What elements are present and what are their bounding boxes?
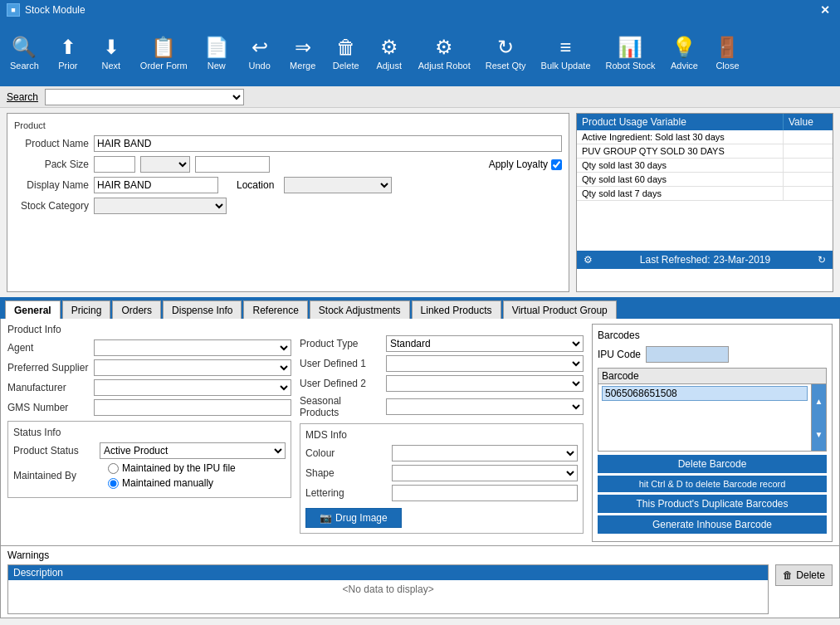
product-status-select[interactable]: Active Product: [100, 442, 286, 459]
duplicate-barcodes-button[interactable]: This Product's Duplicate Barcodes: [598, 495, 827, 513]
agent-select[interactable]: [94, 339, 291, 356]
location-label: Location: [237, 179, 274, 191]
barcode-scroll-up-button[interactable]: ▲: [812, 384, 826, 417]
shape-select[interactable]: [392, 465, 578, 481]
pack-size-input1[interactable]: [94, 156, 135, 173]
preferred-supplier-row: Preferred Supplier: [7, 359, 291, 376]
product-panel: Product Product Name Pack Size Apply Loy…: [7, 113, 569, 292]
advice-toolbar-icon: 💡: [672, 36, 696, 59]
generate-inhouse-barcode-button[interactable]: Generate Inhouse Barcode: [598, 515, 827, 534]
warnings-delete-button[interactable]: 🗑 Delete: [775, 564, 833, 586]
delete-barcode-button[interactable]: Delete Barcode: [598, 455, 827, 473]
maintained-by-manual-radio-label[interactable]: Maintained manually: [108, 477, 236, 489]
delete-toolbar-button[interactable]: 🗑 Delete: [325, 23, 367, 83]
advice-toolbar-button[interactable]: 💡 Advice: [663, 23, 705, 83]
tab-reference[interactable]: Reference: [243, 300, 307, 319]
pack-size-input2[interactable]: [195, 156, 270, 173]
puv-row-3: Qty sold last 60 days: [577, 173, 833, 187]
drug-image-icon: 📷: [320, 512, 332, 524]
robot-stock-toolbar-button[interactable]: 📊 Robot Stock: [599, 23, 662, 83]
location-select[interactable]: [284, 177, 392, 193]
bulk-update-toolbar-button[interactable]: ≡ Bulk Update: [535, 23, 598, 83]
drug-image-button[interactable]: 📷 Drug Image: [305, 508, 402, 528]
user-defined-1-select[interactable]: [386, 355, 584, 372]
apply-loyalty-checkbox[interactable]: [551, 159, 562, 170]
pack-size-select[interactable]: [140, 156, 190, 173]
barcode-item-0[interactable]: 5065068651508: [602, 386, 808, 401]
last-refreshed-date: 23-Mar-2019: [714, 254, 771, 266]
close-toolbar-button[interactable]: 🚪 Close: [706, 23, 748, 83]
robot-stock-toolbar-icon: 📊: [618, 36, 642, 59]
maintained-by-label: Maintained By: [13, 470, 96, 481]
tab-stock-adjustments[interactable]: Stock Adjustments: [310, 300, 410, 319]
product-type-select[interactable]: Standard: [386, 335, 584, 352]
lettering-input[interactable]: [392, 485, 578, 501]
tab-virtual-product-group[interactable]: Virtual Product Group: [503, 300, 617, 319]
tab-linked-products[interactable]: Linked Products: [412, 300, 501, 319]
product-name-label: Product Name: [14, 138, 89, 149]
puv-spacer: [577, 201, 833, 251]
search-input[interactable]: [45, 89, 244, 105]
maintained-by-ipu-radio[interactable]: [108, 463, 119, 474]
manufacturer-select[interactable]: [94, 379, 291, 396]
reset-qty-toolbar-button[interactable]: ↻ Reset Qty: [479, 23, 533, 83]
merge-toolbar-label: Merge: [290, 61, 315, 71]
settings-icon[interactable]: ⚙: [584, 254, 593, 266]
maintained-by-manual-radio[interactable]: [108, 478, 119, 489]
undo-toolbar-button[interactable]: ↩ Undo: [239, 23, 281, 83]
maintained-by-row: Maintained By Maintained by the IPU file…: [13, 462, 286, 489]
tab-left-column: Product Info Agent Preferred Supplier Ma…: [7, 324, 291, 542]
adjust-robot-toolbar-button[interactable]: ⚙ Adjust Robot: [412, 23, 477, 83]
next-toolbar-label: Next: [102, 61, 121, 71]
new-toolbar-button[interactable]: 📄 New: [196, 23, 237, 83]
tab-orders[interactable]: Orders: [112, 300, 161, 319]
undo-toolbar-label: Undo: [249, 61, 271, 71]
product-name-input[interactable]: [94, 135, 562, 152]
seasonal-products-select[interactable]: [386, 398, 584, 415]
ipu-code-input[interactable]: [646, 346, 729, 363]
toolbar: 🔍 Search ⬆ Prior ⬇ Next 📋 Order Form 📄 N…: [0, 20, 840, 86]
preferred-supplier-select[interactable]: [94, 359, 291, 376]
tab-content-inner: Product Info Agent Preferred Supplier Ma…: [7, 324, 833, 542]
order-form-toolbar-label: Order Form: [140, 61, 188, 71]
tabs-bar: General Pricing Orders Dispense Info Ref…: [0, 297, 840, 319]
tab-dispense-info[interactable]: Dispense Info: [163, 300, 242, 319]
user-defined-1-row: User Defined 1: [300, 355, 584, 372]
display-name-input[interactable]: [94, 177, 218, 193]
tab-general[interactable]: General: [5, 300, 61, 319]
barcode-scroll-down-button[interactable]: ▼: [812, 417, 826, 451]
stock-category-select[interactable]: [94, 198, 227, 214]
user-defined-2-label: User Defined 2: [300, 378, 383, 389]
prior-toolbar-icon: ⬆: [60, 36, 76, 59]
puv-row-0: Active Ingredient: Sold last 30 days: [577, 130, 833, 144]
colour-row: Colour: [305, 445, 578, 461]
adjust-toolbar-button[interactable]: ⚙ Adjust: [369, 23, 410, 83]
colour-label: Colour: [305, 447, 388, 459]
user-defined-2-select[interactable]: [386, 375, 584, 392]
maintained-by-ipu-text: Maintained by the IPU file: [122, 462, 236, 474]
gms-number-label: GMS Number: [7, 402, 90, 413]
search-toolbar-icon: 🔍: [12, 36, 37, 59]
next-toolbar-button[interactable]: ⬇ Next: [90, 23, 132, 83]
window-close-button[interactable]: ✕: [817, 3, 833, 17]
undo-toolbar-icon: ↩: [252, 36, 268, 59]
ctrl-d-hint-button[interactable]: hit Ctrl & D to delete Barcode record: [598, 476, 827, 492]
merge-toolbar-button[interactable]: ⇒ Merge: [282, 23, 324, 83]
barcode-scroll: ▲ ▼: [811, 384, 826, 451]
colour-select[interactable]: [392, 445, 578, 461]
puv-row-1: PUV GROUP QTY SOLD 30 DAYS: [577, 144, 833, 159]
gms-number-input[interactable]: [94, 399, 291, 416]
bulk-update-toolbar-icon: ≡: [560, 36, 572, 59]
order-form-toolbar-button[interactable]: 📋 Order Form: [134, 23, 194, 83]
puv-row-4: Qty sold last 7 days: [577, 187, 833, 201]
search-toolbar-button[interactable]: 🔍 Search: [3, 23, 46, 83]
puv-row-0-label: Active Ingredient: Sold last 30 days: [577, 130, 783, 144]
prior-toolbar-button[interactable]: ⬆ Prior: [47, 23, 89, 83]
puv-header: Product Usage Variable Value: [577, 114, 833, 130]
mds-info-title: MDS Info: [305, 429, 578, 441]
refresh-icon[interactable]: ↻: [818, 254, 826, 266]
tab-pricing[interactable]: Pricing: [62, 300, 111, 319]
puv-value-header: Value: [783, 114, 833, 130]
delete-toolbar-icon: 🗑: [336, 36, 356, 59]
maintained-by-ipu-radio-label[interactable]: Maintained by the IPU file: [108, 462, 236, 474]
